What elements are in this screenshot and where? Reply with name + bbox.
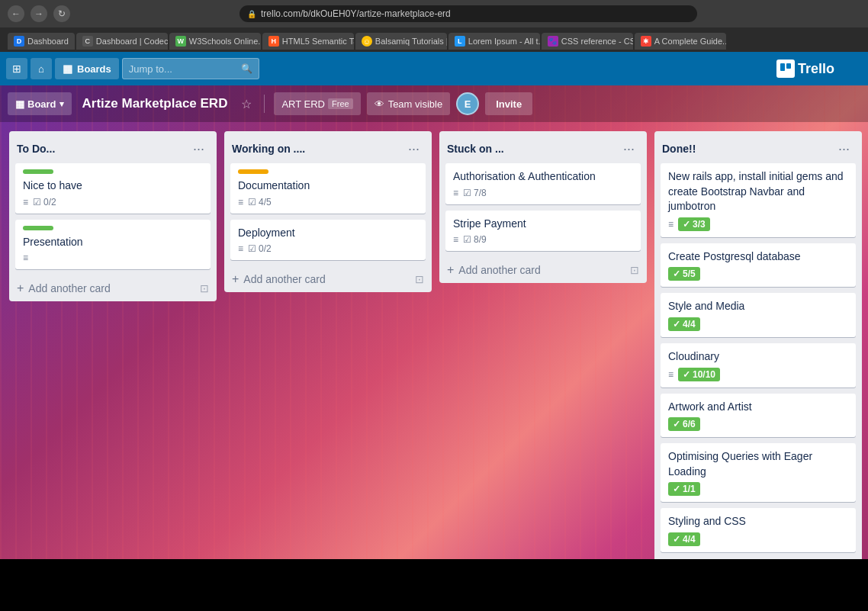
card-postgresql-badges: ✓ 5/5 <box>668 267 848 281</box>
lock-icon: 🔒 <box>247 10 256 18</box>
card-documentation-title: Documentation <box>238 178 418 194</box>
browser-titlebar: ← → ↻ 🔒 trello.com/b/dkOuEH0Y/artize-mar… <box>0 0 868 27</box>
card-styling-css-title: Styling and CSS <box>668 514 848 529</box>
list-working-on: Working on .... ··· Documentation ≡ <box>224 131 432 292</box>
add-card-working-on[interactable]: + Add another card ⊡ <box>224 266 432 292</box>
tab-html5[interactable]: H HTML5 Semantic Ta... <box>262 33 354 50</box>
card-auth-badges: ≡ ☑ 7/8 <box>453 188 633 198</box>
card-cloudinary-title: Cloudinary <box>668 349 848 365</box>
lines-icon3: ≡ <box>238 197 243 207</box>
tab-balsamiq[interactable]: ☺ Balsamiq Tutorials |... <box>355 33 447 50</box>
tab-css-ref[interactable]: 🐾 CSS reference - CSS... <box>542 33 633 50</box>
list-todo-menu-button[interactable]: ··· <box>188 139 209 159</box>
board-title: Artize Marketplace ERD <box>78 96 233 111</box>
visibility-button[interactable]: 👁 Team visible <box>367 92 451 115</box>
list-working-on-header: Working on .... ··· <box>224 131 432 163</box>
home-button[interactable]: ⌂ <box>31 58 52 79</box>
card-nice-to-have-title: Nice to have <box>23 178 203 194</box>
grid-menu-button[interactable]: ⊞ <box>6 58 27 79</box>
card-postgresql-title: Create Postgresql database <box>668 249 848 265</box>
lines-icon7: ≡ <box>668 219 674 230</box>
add-card-done[interactable]: + Add another card ⊡ <box>654 558 862 559</box>
trello-logo: Trello <box>776 59 834 78</box>
address-text: trello.com/b/dkOuEH0Y/artize-marketplace… <box>261 8 451 19</box>
star-icon: ☆ <box>241 98 252 111</box>
board-label: Board <box>27 98 56 110</box>
star-button[interactable]: ☆ <box>238 94 255 114</box>
card-cloudinary[interactable]: Cloudinary ≡ ✓ 10/10 <box>661 343 856 388</box>
list-stuck-on-header: Stuck on ... ··· <box>439 131 647 163</box>
visibility-label: Team visible <box>388 98 443 110</box>
checklist-value-green3: 4/4 <box>683 319 696 330</box>
card-auth[interactable]: Authorisation & Authentication ≡ ☑ 7/8 <box>445 163 641 204</box>
add-card-stuck-on-label: Add another card <box>458 264 540 276</box>
back-button[interactable]: ← <box>8 5 24 22</box>
invite-button[interactable]: Invite <box>485 92 532 115</box>
checklist-value-green: 3/3 <box>693 219 706 230</box>
search-bar[interactable]: Jump to... 🔍 <box>122 58 259 79</box>
list-done: Done!! ··· New rails app, install initia… <box>654 131 862 559</box>
checklist-value-green5: 6/6 <box>683 419 696 429</box>
board-menu-button[interactable]: ▦ Board ▾ <box>8 92 72 115</box>
card-nice-to-have[interactable]: Nice to have ✏ ≡ ☑ 0/2 <box>15 163 211 214</box>
card-styling-css[interactable]: Styling and CSS ✓ 4/4 <box>661 508 856 552</box>
card-checklist-badge5: ☑ 7/8 <box>463 188 487 198</box>
template-icon[interactable]: ⊡ <box>200 282 209 294</box>
template-icon3[interactable]: ⊡ <box>630 264 639 276</box>
card-artwork-artist[interactable]: Artwork and Artist ✓ 6/6 <box>661 394 856 438</box>
boards-icon: ▦ <box>63 63 72 75</box>
card-lines-badge8: ≡ <box>668 369 674 380</box>
tab-dashboard[interactable]: D Dashboard <box>8 33 75 50</box>
list-working-on-menu-button[interactable]: ··· <box>403 139 424 159</box>
card-deployment-badges: ≡ ☑ 0/2 <box>238 243 418 254</box>
boards-button[interactable]: ▦ Boards <box>55 58 119 79</box>
search-icon: 🔍 <box>241 63 252 74</box>
card-deployment[interactable]: Deployment ≡ ☑ 0/2 <box>230 220 426 261</box>
card-postgresql[interactable]: Create Postgresql database ✓ 5/5 <box>661 243 856 288</box>
card-label-orange <box>238 169 268 174</box>
grid-icon: ⊞ <box>12 63 21 75</box>
avatar[interactable]: E <box>456 92 479 115</box>
address-bar[interactable]: 🔒 trello.com/b/dkOuEH0Y/artize-marketpla… <box>240 5 697 22</box>
card-stripe[interactable]: Stripe Payment ≡ ☑ 8/9 <box>445 211 641 252</box>
eye-icon: 👁 <box>375 98 384 110</box>
add-card-todo[interactable]: + Add another card ⊡ <box>9 275 217 301</box>
check-icon5: ☑ <box>463 188 471 198</box>
check-icon: ☑ <box>33 197 41 207</box>
list-done-cards: New rails app, install initial gems and … <box>654 163 862 558</box>
card-checklist-badge4: ☑ 0/2 <box>248 243 272 254</box>
tab-codec[interactable]: C Dashboard | Codec... <box>76 33 168 50</box>
card-artwork-artist-badges: ✓ 6/6 <box>668 417 848 431</box>
card-cloudinary-badges: ≡ ✓ 10/10 <box>668 368 848 381</box>
card-lines-badge: ≡ <box>23 197 28 207</box>
board-content: To Do... ··· Nice to have ✏ ≡ <box>0 122 868 559</box>
list-stuck-on-menu-button[interactable]: ··· <box>619 139 639 159</box>
lines-icon5: ≡ <box>453 188 458 198</box>
checklist-value: 0/2 <box>43 197 56 207</box>
template-icon2[interactable]: ⊡ <box>415 273 424 285</box>
card-artwork-artist-title: Artwork and Artist <box>668 400 848 415</box>
card-checklist-green-badge7: ✓ 4/4 <box>668 532 700 546</box>
card-label-green2 <box>23 226 53 230</box>
lines-icon6: ≡ <box>453 234 458 245</box>
checklist-value5: 7/8 <box>474 188 487 198</box>
plus-icon3: + <box>447 263 454 277</box>
art-erd-button[interactable]: ART ERD Free <box>274 92 360 115</box>
card-style-media[interactable]: Style and Media ✓ 4/4 <box>661 293 856 337</box>
tab-lorem[interactable]: L Lorem Ipsum - All t... <box>448 33 540 50</box>
card-documentation[interactable]: Documentation ≡ ☑ 4/5 <box>230 163 426 214</box>
refresh-button[interactable]: ↻ <box>53 5 70 22</box>
list-done-menu-button[interactable]: ··· <box>834 139 854 159</box>
list-done-title: Done!! <box>662 143 834 155</box>
free-badge: Free <box>328 98 353 109</box>
tab-complete-guide[interactable]: ✱ A Complete Guide... <box>635 33 726 50</box>
card-optimising[interactable]: Optimising Queries with Eager Loading ✓ … <box>661 443 856 502</box>
trello-topnav: ⊞ ⌂ ▦ Boards Jump to... 🔍 Trello <box>0 52 868 85</box>
card-presentation[interactable]: Presentation ≡ <box>15 220 211 270</box>
board-chevron-icon: ▾ <box>59 99 64 109</box>
card-rails-app[interactable]: New rails app, install initial gems and … <box>661 163 856 237</box>
add-card-stuck-on[interactable]: + Add another card ⊡ <box>439 257 647 283</box>
forward-button[interactable]: → <box>31 5 47 22</box>
tab-w3schools[interactable]: W W3Schools Online... <box>169 33 261 50</box>
list-todo: To Do... ··· Nice to have ✏ ≡ <box>9 131 217 301</box>
